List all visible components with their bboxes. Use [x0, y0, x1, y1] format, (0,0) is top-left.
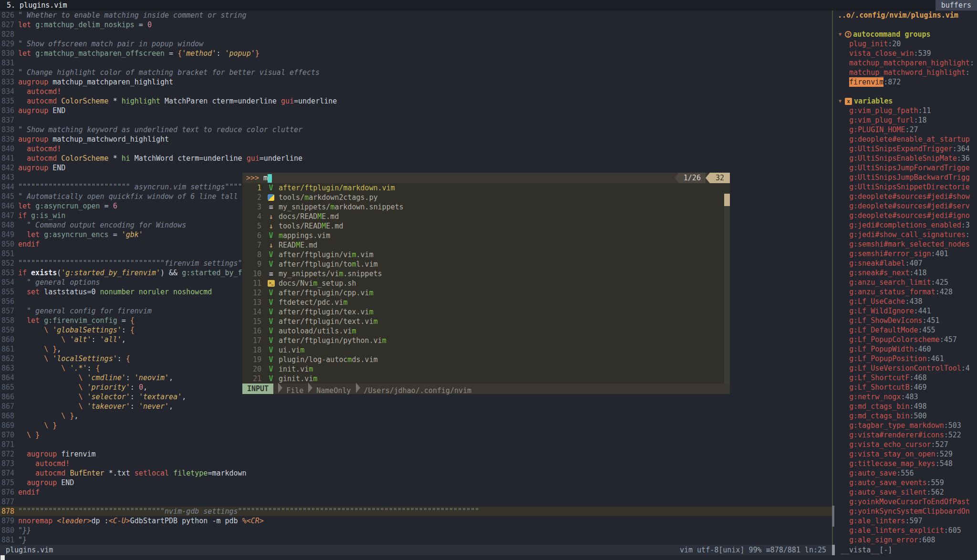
- tag-item[interactable]: g:jedi#show_call_signatures:: [833, 230, 977, 239]
- file-row[interactable]: 13Vftdetect/pdc.vim: [242, 298, 730, 307]
- code-line[interactable]: 841 autocmd ColorScheme * hi MatchWord c…: [0, 154, 832, 163]
- tag-item[interactable]: g:deoplete#sources#jedi#igno: [833, 211, 977, 220]
- tag-item[interactable]: g:anzu_status_format:428: [833, 287, 977, 297]
- tag-item[interactable]: matchup_matchword_highlight:: [833, 68, 977, 77]
- code-line[interactable]: 877: [0, 497, 832, 507]
- file-row[interactable]: 2tools/markdown2ctags.py: [242, 193, 730, 202]
- code-line[interactable]: 869 \ }: [0, 421, 832, 430]
- popup-scrollbar[interactable]: [724, 194, 730, 384]
- tag-item[interactable]: g:semshi#error_sign:401: [833, 249, 977, 259]
- code-line[interactable]: 871: [0, 440, 832, 449]
- code-line[interactable]: 867 \ 'takeover': 'never',: [0, 402, 832, 411]
- tag-item[interactable]: matchup_matchparen_highlight:: [833, 58, 977, 68]
- file-row[interactable]: 3≡my_snippets/markdown.snippets: [242, 202, 730, 212]
- code-line[interactable]: 881"}: [0, 535, 832, 545]
- code-line[interactable]: 834 autocmd!: [0, 87, 832, 96]
- code-line[interactable]: 880"}}: [0, 526, 832, 535]
- popup-scrollbar-thumb[interactable]: [724, 194, 730, 206]
- file-row[interactable]: 5↓tools/README.md: [242, 221, 730, 231]
- code-line[interactable]: 828: [0, 30, 832, 39]
- tag-item[interactable]: g:Lf_UseCache:438: [833, 297, 977, 306]
- tag-item[interactable]: g:ale_sign_error:608: [833, 535, 977, 545]
- file-row[interactable]: 12Vafter/ftplugin/cpp.vim: [242, 288, 730, 298]
- code-line[interactable]: 870 \ }: [0, 430, 832, 440]
- code-line[interactable]: 830let g:matchup_matchparen_offscreen = …: [0, 49, 832, 58]
- fuzzy-input[interactable]: m: [263, 173, 268, 183]
- tag-item[interactable]: g:Lf_ShowDevIcons:451: [833, 316, 977, 325]
- tag-item[interactable]: g:semshi#mark_selected_nodes: [833, 239, 977, 249]
- sidebar-scrollbar-thumb[interactable]: [832, 506, 834, 527]
- file-row[interactable]: 9Vafter/ftplugin/toml.vim: [242, 259, 730, 269]
- tag-item[interactable]: g:auto_save_silent:562: [833, 487, 977, 497]
- code-line[interactable]: 832" Change highlight color of matching …: [0, 68, 832, 77]
- file-row[interactable]: 21Vginit.vim: [242, 374, 730, 384]
- tab-plugins-vim[interactable]: 5. plugins.vim: [0, 0, 73, 10]
- file-row[interactable]: 18Vui.vim: [242, 345, 730, 355]
- vista-section-autocommand-groups[interactable]: ▼?autocommand groups: [833, 30, 977, 39]
- code-line[interactable]: 868 \ },: [0, 411, 832, 421]
- tag-item[interactable]: g:Lf_DefaultMode:455: [833, 325, 977, 335]
- tag-item[interactable]: g:anzu_search_limit:425: [833, 278, 977, 287]
- code-line[interactable]: 879nnoremap <leader>dp :<C-U>GdbStartPDB…: [0, 516, 832, 526]
- file-row[interactable]: 20Vinit.vim: [242, 364, 730, 374]
- code-line[interactable]: 835 autocmd ColorScheme * highlight Matc…: [0, 96, 832, 106]
- file-row[interactable]: 7↓README.md: [242, 240, 730, 250]
- file-row[interactable]: 10≡my_snippets/vim.snippets: [242, 269, 730, 279]
- file-row[interactable]: 15Vafter/ftplugin/text.vim: [242, 317, 730, 326]
- code-line[interactable]: 840 autocmd!: [0, 144, 832, 154]
- code-line[interactable]: 839augroup matchup_matchword_highlight: [0, 135, 832, 144]
- file-row[interactable]: 16Vautoload/utils.vim: [242, 326, 730, 336]
- tag-item[interactable]: g:titlecase_map_keys:548: [833, 459, 977, 468]
- tag-item[interactable]: g:Lf_ShortcutF:468: [833, 373, 977, 383]
- tag-item[interactable]: g:UltiSnipsJumpBackwardTrigg: [833, 173, 977, 182]
- tag-item[interactable]: g:jedi#completions_enabled:3: [833, 220, 977, 230]
- code-line[interactable]: 873 autocmd!: [0, 459, 832, 468]
- tag-item[interactable]: g:deoplete#sources#jedi#serv: [833, 201, 977, 211]
- command-line[interactable]: [0, 555, 977, 560]
- tag-item[interactable]: g:yoinkMoveCursorToEndOfPast: [833, 497, 977, 507]
- tag-item[interactable]: vista_close_win:539: [833, 49, 977, 58]
- code-line[interactable]: 827let g:matchup_delim_noskips = 0: [0, 20, 832, 30]
- file-row[interactable]: 17Vafter/ftplugin/python.vim: [242, 336, 730, 345]
- tag-item[interactable]: g:Lf_WildIgnore:441: [833, 306, 977, 316]
- tag-item[interactable]: g:ale_linters:597: [833, 516, 977, 526]
- file-row[interactable]: 1Vafter/ftplugin/markdown.vim: [242, 183, 730, 193]
- file-row[interactable]: 14Vafter/ftplugin/tex.vim: [242, 307, 730, 317]
- tag-item[interactable]: g:netrw_nogx:483: [833, 392, 977, 402]
- tag-item[interactable]: g:UltiSnipsEnableSnipMate:36: [833, 154, 977, 163]
- tag-item[interactable]: g:auto_save:556: [833, 468, 977, 478]
- tag-item[interactable]: g:yoinkSyncSystemClipboardOn: [833, 507, 977, 516]
- code-line[interactable]: 833augroup matchup_matchparen_highlight: [0, 77, 832, 87]
- code-line[interactable]: 878""""""""""""""""""""""""""""""""""nvi…: [0, 507, 832, 516]
- file-row[interactable]: 6Vmappings.vim: [242, 231, 730, 240]
- code-line[interactable]: 838" Show matching keyword as underlined…: [0, 125, 832, 135]
- tag-item[interactable]: g:UltiSnipsExpandTrigger:364: [833, 144, 977, 154]
- code-line[interactable]: 876endif: [0, 487, 832, 497]
- tag-item[interactable]: g:Lf_UseVersionControlTool:4: [833, 363, 977, 373]
- code-line[interactable]: 829" Show offscreen match pair in popup …: [0, 39, 832, 49]
- tag-item[interactable]: g:Lf_PopupColorscheme:457: [833, 335, 977, 344]
- tag-item[interactable]: g:Lf_PopupWidth:460: [833, 344, 977, 354]
- tag-item[interactable]: g:PLUGIN_HOME:27: [833, 125, 977, 135]
- tag-item[interactable]: g:vim_plug_furl:18: [833, 115, 977, 125]
- tag-item[interactable]: g:vista_echo_cursor:527: [833, 440, 977, 449]
- code-line[interactable]: 836augroup END: [0, 106, 832, 115]
- tag-item[interactable]: firenvim:872: [833, 77, 977, 87]
- tag-item[interactable]: g:sneak#label:407: [833, 259, 977, 268]
- fuzzy-input-bar[interactable]: >>> m 1/26 32: [242, 173, 730, 183]
- file-row[interactable]: 19Vplugin/log-autocmds.vim: [242, 355, 730, 364]
- tag-item[interactable]: g:deoplete#sources#jedi#show: [833, 192, 977, 201]
- code-line[interactable]: 842augroup END: [0, 163, 832, 173]
- tag-item[interactable]: plug_init:20: [833, 39, 977, 49]
- file-row[interactable]: 4↓docs/README.md: [242, 212, 730, 221]
- tab-buffers[interactable]: buffers: [935, 0, 977, 10]
- code-line[interactable]: 875 augroup END: [0, 478, 832, 487]
- tag-item[interactable]: g:Lf_ShortcutB:469: [833, 383, 977, 392]
- tag-item[interactable]: g:deoplete#enable_at_startup: [833, 135, 977, 144]
- tag-item[interactable]: g:tagbar_type_markdown:503: [833, 421, 977, 430]
- tag-item[interactable]: g:vim_plug_fpath:11: [833, 106, 977, 115]
- tag-item[interactable]: g:ale_linters_explicit:605: [833, 526, 977, 535]
- tag-item[interactable]: g:UltiSnipsSnippetDirectorie: [833, 182, 977, 192]
- file-row[interactable]: 11>_docs/Nvim_setup.sh: [242, 279, 730, 288]
- vista-section-variables[interactable]: ▼xvariables: [833, 96, 977, 106]
